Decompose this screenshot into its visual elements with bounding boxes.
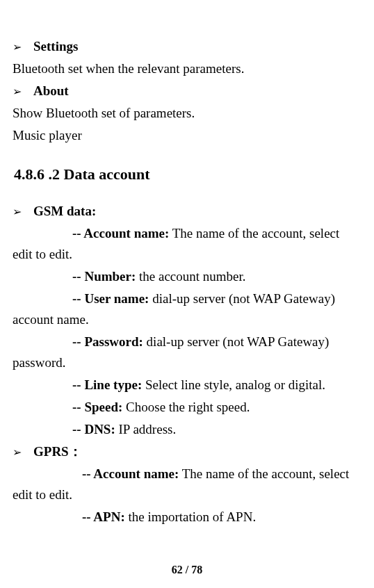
gsm-account-name-label: -- Account name: xyxy=(72,226,169,240)
gsm-line-type-body: Select line style, analog or digital. xyxy=(142,377,325,392)
gsm-password-label: -- Password: xyxy=(72,334,143,349)
gsm-number-label: -- Number: xyxy=(72,269,136,284)
gprs-apn-body: the importation of APN. xyxy=(125,509,256,524)
gsm-password-body: dial-up server (not WAP Gateway) passwor… xyxy=(13,334,329,370)
gsm-label: GSM data: xyxy=(33,201,96,222)
gprs-apn: -- APN: the importation of APN. xyxy=(13,507,360,528)
gsm-dns-body: IP address. xyxy=(115,422,176,436)
document-content: ➢ Settings Bluetooth set when the releva… xyxy=(13,36,360,528)
gsm-password: -- Password: dial-up server (not WAP Gat… xyxy=(13,332,360,373)
chevron-right-icon: ➢ xyxy=(13,203,33,220)
gsm-number-body: the account number. xyxy=(136,269,245,284)
gsm-speed-label: -- Speed: xyxy=(72,400,122,414)
bullet-gsm: ➢ GSM data: xyxy=(13,201,360,222)
about-label: About xyxy=(33,81,69,101)
gsm-user-name: -- User name: dial-up server (not WAP Ga… xyxy=(13,288,360,330)
music-player-text: Music player xyxy=(13,125,360,146)
page-number: 62 / 78 xyxy=(0,561,374,578)
bullet-gprs: ➢ GPRS： xyxy=(13,441,360,462)
gsm-account-name-body: The name of the account, select edit to … xyxy=(13,226,339,261)
gsm-speed-body: Choose the right speed. xyxy=(122,400,250,414)
gsm-dns-label: -- DNS: xyxy=(72,422,115,436)
chevron-right-icon: ➢ xyxy=(13,38,33,56)
gprs-apn-label: -- APN: xyxy=(82,509,125,524)
gsm-account-name: -- Account name: The name of the account… xyxy=(13,223,360,265)
gsm-line-type: -- Line type: Select line style, analog … xyxy=(13,375,360,395)
gsm-speed: -- Speed: Choose the right speed. xyxy=(13,397,360,418)
chevron-right-icon: ➢ xyxy=(13,83,33,100)
bullet-about: ➢ About xyxy=(13,81,360,101)
gsm-user-name-label: -- User name: xyxy=(72,291,149,306)
gprs-account-name-label: -- Account name: xyxy=(82,466,179,481)
gsm-user-name-body: dial-up server (not WAP Gateway) account… xyxy=(13,291,335,327)
bullet-settings: ➢ Settings xyxy=(13,36,360,57)
settings-body: Bluetooth set when the relevant paramete… xyxy=(13,58,360,79)
gsm-line-type-label: -- Line type: xyxy=(72,377,142,392)
about-body: Show Bluetooth set of parameters. xyxy=(13,103,360,124)
chevron-right-icon: ➢ xyxy=(13,443,33,461)
section-data-account: 4.8.6 .2 Data account xyxy=(14,163,360,187)
gprs-label: GPRS： xyxy=(33,441,82,462)
settings-label: Settings xyxy=(33,36,78,57)
gsm-number: -- Number: the account number. xyxy=(13,266,360,287)
gsm-dns: -- DNS: IP address. xyxy=(13,419,360,440)
gprs-account-name-body: The name of the account, select edit to … xyxy=(13,466,349,502)
gprs-account-name: -- Account name: The name of the account… xyxy=(13,464,360,505)
